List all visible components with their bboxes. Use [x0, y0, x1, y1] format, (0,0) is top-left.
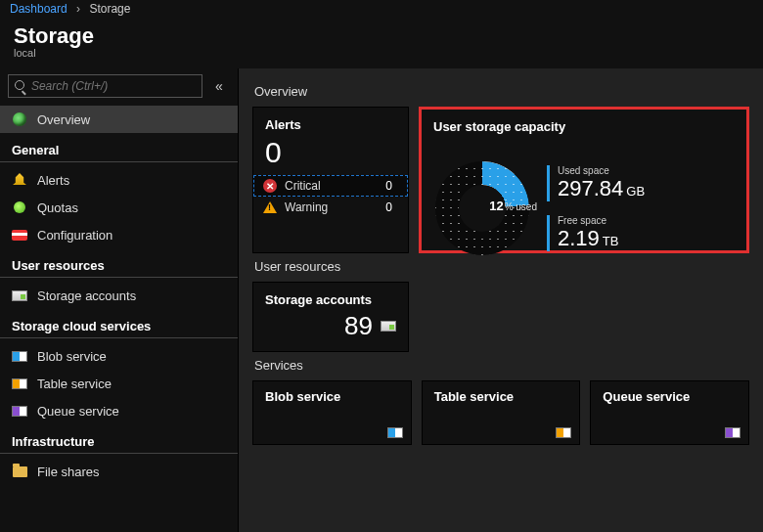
- alert-row-warning[interactable]: Warning 0: [253, 197, 408, 218]
- blob-icon: [12, 348, 27, 364]
- service-card-queue[interactable]: Queue service: [590, 380, 749, 445]
- sidebar-item-label: Quotas: [37, 200, 78, 215]
- sidebar-item-label: Overview: [37, 112, 90, 127]
- alert-row-count: 0: [385, 200, 392, 214]
- service-card-table[interactable]: Table service: [422, 380, 581, 445]
- user-storage-capacity-card[interactable]: User storage capacity 12% used Used spac…: [419, 107, 749, 253]
- blob-icon: [387, 427, 403, 438]
- stat-unit: TB: [603, 234, 619, 248]
- page-header: Storage local: [0, 20, 763, 68]
- folder-icon: [12, 464, 27, 479]
- alert-row-label: Critical: [285, 179, 321, 193]
- storage-account-icon: [381, 321, 396, 332]
- sidebar: « Overview General Alerts Quotas Configu…: [0, 68, 239, 532]
- sidebar-item-label: Alerts: [37, 173, 69, 188]
- section-label-overview: Overview: [254, 84, 749, 99]
- storage-accounts-card[interactable]: Storage accounts 89: [252, 282, 409, 352]
- sidebar-group-general: General: [0, 133, 238, 162]
- sidebar-item-configuration[interactable]: Configuration: [0, 221, 238, 248]
- globe-icon: [12, 111, 27, 127]
- stat-label: Used space: [558, 165, 645, 176]
- sidebar-group-infrastructure: Infrastructure: [0, 424, 238, 454]
- service-card-blob[interactable]: Blob service: [252, 380, 412, 445]
- sidebar-group-user-resources: User resources: [0, 248, 238, 278]
- sidebar-item-label: Storage accounts: [37, 288, 136, 303]
- sidebar-item-quotas[interactable]: Quotas: [0, 194, 238, 221]
- queue-icon: [12, 403, 27, 419]
- sidebar-group-storage-cloud-services: Storage cloud services: [0, 309, 238, 338]
- sidebar-item-alerts[interactable]: Alerts: [0, 166, 238, 194]
- breadcrumb: Dashboard › Storage: [0, 0, 763, 20]
- sidebar-item-storage-accounts[interactable]: Storage accounts: [0, 282, 238, 309]
- table-icon: [556, 427, 571, 438]
- capacity-free-stat: Free space 2.19TB: [547, 215, 645, 251]
- section-label-services: Services: [254, 358, 749, 373]
- alerts-title: Alerts: [253, 108, 408, 136]
- sidebar-item-label: Configuration: [37, 228, 112, 243]
- alert-row-critical[interactable]: ✕ Critical 0: [253, 175, 408, 197]
- sidebar-item-file-shares[interactable]: File shares: [0, 458, 238, 485]
- chevron-right-icon: ›: [76, 2, 80, 16]
- service-card-title: Table service: [423, 381, 580, 408]
- stat-unit: GB: [626, 184, 645, 199]
- alerts-total: 0: [253, 136, 408, 175]
- service-card-title: Blob service: [253, 381, 411, 408]
- stat-value: 2.19: [558, 226, 600, 250]
- search-icon: [15, 80, 25, 92]
- alert-row-label: Warning: [285, 200, 328, 214]
- table-icon: [12, 376, 27, 391]
- storage-accounts-value: 89: [344, 311, 373, 341]
- sidebar-item-label: Table service: [37, 377, 112, 391]
- capacity-percent-label: 12% used: [489, 199, 537, 213]
- search-input[interactable]: [31, 79, 196, 93]
- alert-row-count: 0: [385, 179, 392, 193]
- page-title: Storage: [14, 23, 749, 49]
- main-content: Overview Alerts 0 ✕ Critical 0 Warning 0…: [239, 68, 763, 532]
- critical-icon: ✕: [263, 179, 277, 193]
- sidebar-item-label: File shares: [37, 465, 100, 479]
- stat-value: 297.84: [558, 176, 623, 200]
- sidebar-item-overview[interactable]: Overview: [0, 106, 238, 133]
- capacity-donut-chart: 12% used: [435, 161, 529, 255]
- alerts-card[interactable]: Alerts 0 ✕ Critical 0 Warning 0: [252, 107, 409, 253]
- storage-accounts-title: Storage accounts: [253, 283, 408, 311]
- sidebar-item-label: Queue service: [37, 404, 119, 419]
- bell-icon: [12, 172, 27, 188]
- sidebar-collapse-button[interactable]: «: [208, 78, 230, 94]
- sidebar-item-table-service[interactable]: Table service: [0, 370, 238, 397]
- dot-green-icon: [12, 200, 27, 215]
- sidebar-item-blob-service[interactable]: Blob service: [0, 342, 238, 370]
- queue-icon: [725, 427, 741, 438]
- sidebar-item-label: Blob service: [37, 349, 107, 364]
- capacity-title: User storage capacity: [422, 110, 746, 138]
- warning-icon: [263, 201, 277, 213]
- card-icon: [12, 227, 27, 243]
- breadcrumb-current: Storage: [89, 2, 130, 16]
- page-subtitle: local: [14, 47, 749, 59]
- capacity-used-stat: Used space 297.84GB: [547, 165, 645, 201]
- breadcrumb-root[interactable]: Dashboard: [10, 2, 67, 16]
- stat-label: Free space: [558, 215, 645, 226]
- service-card-title: Queue service: [591, 381, 748, 408]
- search-box[interactable]: [8, 74, 202, 98]
- sidebar-item-queue-service[interactable]: Queue service: [0, 397, 238, 424]
- storage-account-icon: [12, 288, 27, 303]
